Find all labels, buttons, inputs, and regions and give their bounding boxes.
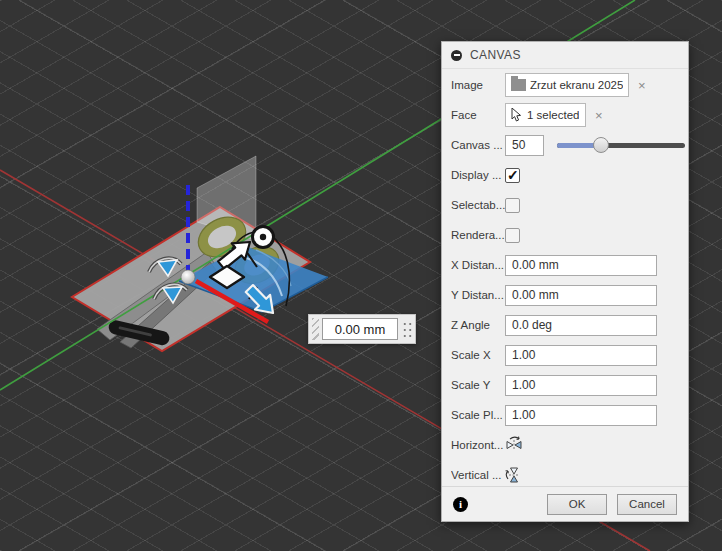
dialog-footer: i OK Cancel (442, 486, 688, 521)
face-chip[interactable]: 1 selected (505, 103, 586, 127)
flip-horizontal-row: Horizont... (442, 430, 688, 460)
opacity-input[interactable] (505, 135, 544, 156)
ok-button[interactable]: OK (547, 494, 607, 515)
x-distance-row: X Distan... (442, 250, 688, 280)
image-row: Image Zrzut ekranu 2025... × (442, 70, 688, 100)
folder-icon (511, 79, 526, 91)
flip-horizontal-icon[interactable] (505, 436, 523, 454)
dots-grip-icon[interactable] (401, 320, 412, 338)
selectable-checkbox[interactable] (505, 198, 520, 213)
face-clear-icon[interactable]: × (595, 108, 603, 123)
display-label: Display ... (451, 169, 505, 181)
opacity-row: Canvas ... (442, 130, 688, 160)
image-chip[interactable]: Zrzut ekranu 2025... (505, 73, 629, 97)
display-row: Display ... (442, 160, 688, 190)
3d-viewport[interactable]: CANVAS Image Zrzut ekranu 2025... × Face… (0, 0, 722, 551)
scale-y-input[interactable] (505, 375, 657, 396)
dialog-header[interactable]: CANVAS (442, 42, 688, 69)
renderable-checkbox[interactable] (505, 228, 520, 243)
measure-input-widget[interactable] (308, 314, 416, 344)
scale-y-label: Scale Y (451, 379, 505, 391)
scale-plane-label: Scale Pl... (451, 409, 505, 421)
distance-value-input[interactable] (322, 318, 398, 340)
scale-y-row: Scale Y (442, 370, 688, 400)
origin-sphere-handle[interactable] (181, 270, 195, 284)
dialog-title: CANVAS (470, 48, 521, 62)
scale-plane-row: Scale Pl... (442, 400, 688, 430)
z-angle-label: Z Angle (451, 319, 505, 331)
canvas-dialog: CANVAS Image Zrzut ekranu 2025... × Face… (441, 41, 689, 522)
face-row: Face 1 selected × (442, 100, 688, 130)
scale-x-input[interactable] (505, 345, 657, 366)
cancel-button[interactable]: Cancel (617, 494, 677, 515)
rotate-handle[interactable] (253, 227, 274, 248)
opacity-slider[interactable] (557, 137, 685, 153)
y-distance-row: Y Distan... (442, 280, 688, 310)
z-angle-input[interactable] (505, 315, 657, 336)
flip-vertical-icon[interactable] (505, 466, 523, 484)
x-distance-label: X Distan... (451, 259, 505, 271)
drag-grip-icon[interactable] (312, 318, 319, 340)
flip-vertical-label: Vertical ... (451, 469, 505, 481)
y-distance-label: Y Distan... (451, 289, 505, 301)
slider-handle[interactable] (593, 137, 609, 153)
x-distance-input[interactable] (505, 255, 657, 276)
scale-x-label: Scale X (451, 349, 505, 361)
image-filename: Zrzut ekranu 2025... (530, 79, 623, 91)
info-icon[interactable]: i (453, 497, 468, 512)
image-label: Image (451, 79, 505, 91)
selectable-label: Selectab... (451, 199, 505, 211)
face-label: Face (451, 109, 505, 121)
z-angle-row: Z Angle (442, 310, 688, 340)
opacity-label: Canvas ... (451, 139, 505, 151)
cursor-select-icon (511, 108, 523, 122)
renderable-row: Rendera... (442, 220, 688, 250)
face-selection-count: 1 selected (527, 109, 579, 121)
scale-x-row: Scale X (442, 340, 688, 370)
selectable-row: Selectab... (442, 190, 688, 220)
scale-plane-input[interactable] (505, 405, 657, 426)
flip-horizontal-label: Horizont... (451, 439, 505, 451)
collapse-icon[interactable] (451, 50, 462, 61)
renderable-label: Rendera... (451, 229, 505, 241)
y-distance-input[interactable] (505, 285, 657, 306)
image-clear-icon[interactable]: × (638, 78, 646, 93)
display-checkbox[interactable] (505, 168, 520, 183)
